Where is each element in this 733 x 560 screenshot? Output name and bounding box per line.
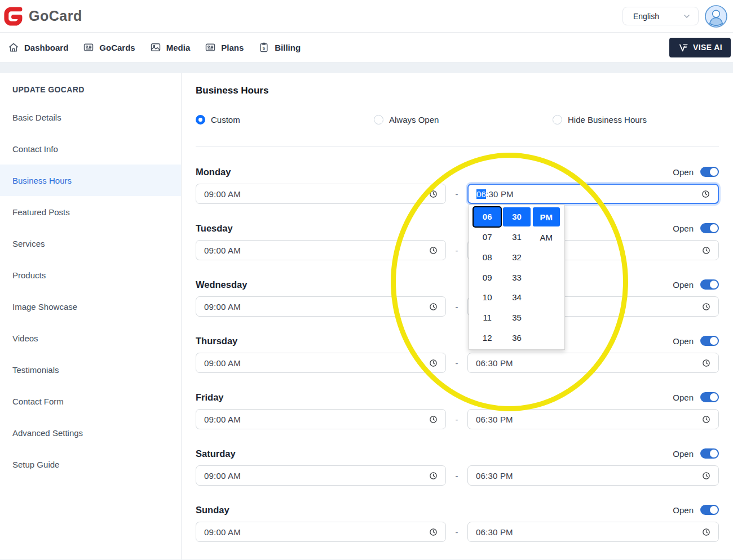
- page-title: Business Hours: [196, 85, 719, 96]
- sidebar-item-contact-form[interactable]: Contact Form: [0, 385, 181, 417]
- minute-option[interactable]: 32: [503, 247, 530, 266]
- day-row-saturday: Saturday Open 09:00 AM - 06:30 PM: [196, 446, 719, 486]
- open-time-value: 09:00 AM: [204, 415, 241, 424]
- vise-ai-logo-icon: [678, 42, 688, 53]
- nav-item-plans[interactable]: Plans: [205, 42, 244, 53]
- sunday-close-time-input[interactable]: 06:30 PM: [467, 522, 719, 542]
- close-time-value: 06:30 PM: [476, 358, 513, 368]
- user-avatar[interactable]: [705, 5, 727, 28]
- page: GoCard English Dashboard: [0, 0, 733, 560]
- open-toggle-wednesday[interactable]: [700, 279, 719, 290]
- page-background-band: [0, 63, 733, 73]
- sidebar-item-advanced-settings[interactable]: Advanced Settings: [0, 417, 181, 448]
- nav-label: Billing: [275, 43, 301, 52]
- tuesday-open-time-input[interactable]: 09:00 AM: [196, 240, 446, 260]
- sidebar-item-services[interactable]: Services: [0, 228, 181, 259]
- nav-label: Plans: [221, 43, 244, 52]
- hour-option[interactable]: 08: [474, 247, 501, 266]
- sidebar-item-basic-details[interactable]: Basic Details: [0, 101, 181, 133]
- open-time-value: 09:00 AM: [204, 246, 241, 255]
- hours-mode-options: Custom Always Open Hide Business Hours: [196, 115, 719, 125]
- radio-hide-business-hours[interactable]: [553, 115, 562, 125]
- clock-icon: [702, 303, 710, 311]
- open-toggle-friday[interactable]: [700, 392, 719, 402]
- hour-option[interactable]: 11: [474, 308, 501, 327]
- day-name: Wednesday: [196, 279, 247, 290]
- clock-icon: [429, 359, 438, 367]
- radio-always-open[interactable]: [374, 115, 383, 125]
- open-toggle-tuesday[interactable]: [700, 223, 719, 233]
- vise-ai-label: VISE AI: [693, 43, 722, 52]
- open-label: Open: [673, 449, 694, 459]
- sidebar-item-featured-posts[interactable]: Featured Posts: [0, 196, 181, 228]
- nav-label: Media: [166, 43, 191, 52]
- option-hide-business-hours[interactable]: Hide Business Hours: [553, 115, 647, 125]
- hour-option-selected[interactable]: 06: [474, 207, 501, 226]
- sidebar-item-products[interactable]: Products: [0, 259, 181, 291]
- open-label: Open: [673, 336, 694, 346]
- clock-icon: [702, 246, 710, 255]
- nav-item-media[interactable]: Media: [150, 42, 191, 53]
- saturday-open-time-input[interactable]: 09:00 AM: [196, 465, 446, 486]
- sidebar-item-testimonials[interactable]: Testimonials: [0, 354, 181, 385]
- time-separator: -: [446, 189, 467, 199]
- friday-open-time-input[interactable]: 09:00 AM: [196, 409, 446, 429]
- nav-item-gocards[interactable]: GoCards: [83, 42, 135, 53]
- day-row-thursday: Thursday Open 09:00 AM - 06:30 PM: [196, 334, 719, 373]
- language-select[interactable]: English: [622, 7, 699, 25]
- vise-ai-button[interactable]: VISE AI: [669, 38, 731, 57]
- sidebar-item-image-showcase[interactable]: Image Showcase: [0, 291, 181, 322]
- open-toggle-sunday[interactable]: [700, 505, 719, 515]
- meridiem-option-selected[interactable]: PM: [533, 207, 560, 226]
- sunday-open-time-input[interactable]: 09:00 AM: [196, 522, 446, 542]
- top-header: GoCard English: [0, 0, 733, 33]
- brand-name: GoCard: [29, 8, 82, 24]
- open-label: Open: [673, 505, 694, 515]
- minute-option-selected[interactable]: 30: [503, 207, 530, 226]
- wednesday-open-time-input[interactable]: 09:00 AM: [196, 296, 446, 317]
- close-time-value: 06:30 PM: [476, 471, 513, 481]
- time-separator: -: [446, 246, 467, 255]
- meridiem-option[interactable]: AM: [533, 228, 560, 247]
- hour-option[interactable]: 10: [474, 288, 501, 307]
- minute-option[interactable]: 33: [503, 268, 530, 287]
- brand-logo[interactable]: GoCard: [2, 5, 82, 28]
- open-toggle-thursday[interactable]: [700, 336, 719, 346]
- time-picker-minute-column: 30 31 32 33 34 35 36: [502, 207, 531, 348]
- hour-option[interactable]: 07: [474, 228, 501, 247]
- day-name: Friday: [196, 392, 224, 403]
- day-name: Thursday: [196, 336, 237, 346]
- minute-option[interactable]: 31: [503, 228, 530, 247]
- hour-option[interactable]: 09: [474, 268, 501, 287]
- option-always-open[interactable]: Always Open: [374, 115, 553, 125]
- nav-item-billing[interactable]: $ Billing: [258, 42, 301, 53]
- option-custom[interactable]: Custom: [196, 115, 374, 125]
- sidebar-item-contact-info[interactable]: Contact Info: [0, 133, 181, 165]
- home-icon: [8, 42, 19, 53]
- nav-item-dashboard[interactable]: Dashboard: [8, 42, 68, 53]
- friday-close-time-input[interactable]: 06:30 PM: [467, 409, 719, 429]
- monday-close-time-input[interactable]: 06:30 PM 06 07 08 09 10 11 12: [467, 184, 719, 204]
- day-row-wednesday: Wednesday Open 09:00 AM - 06:30 PM: [196, 277, 719, 317]
- nav-label: GoCards: [99, 43, 135, 52]
- hour-option[interactable]: 12: [474, 328, 501, 347]
- sidebar-item-videos[interactable]: Videos: [0, 322, 181, 354]
- saturday-close-time-input[interactable]: 06:30 PM: [467, 465, 719, 486]
- day-row-sunday: Sunday Open 09:00 AM - 06:30 PM: [196, 503, 719, 542]
- open-toggle-monday[interactable]: [700, 167, 719, 177]
- sidebar-item-business-hours[interactable]: Business Hours: [0, 165, 181, 196]
- minute-option[interactable]: 34: [503, 288, 530, 307]
- thursday-open-time-input[interactable]: 09:00 AM: [196, 353, 446, 373]
- minute-option[interactable]: 35: [503, 308, 530, 327]
- time-separator: -: [446, 527, 467, 537]
- open-toggle-saturday[interactable]: [700, 448, 719, 459]
- thursday-close-time-input[interactable]: 06:30 PM: [467, 353, 719, 373]
- time-separator: -: [446, 358, 467, 368]
- media-icon: [150, 42, 161, 53]
- monday-open-time-input[interactable]: 09:00 AM: [196, 184, 446, 204]
- clock-icon: [702, 359, 710, 367]
- day-name: Tuesday: [196, 223, 233, 234]
- minute-option[interactable]: 36: [503, 328, 530, 347]
- radio-custom[interactable]: [196, 115, 205, 125]
- sidebar-item-setup-guide[interactable]: Setup Guide: [0, 448, 181, 480]
